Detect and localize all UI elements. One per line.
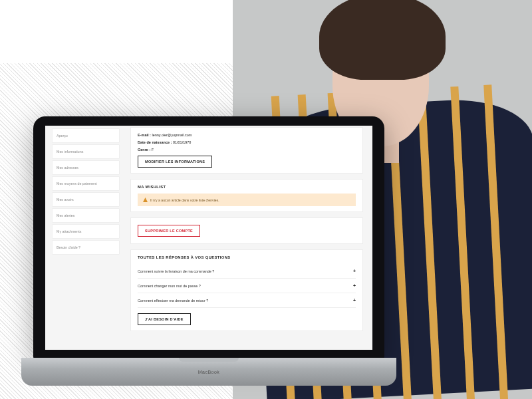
sidebar-item-attachments[interactable]: My attachments bbox=[52, 224, 120, 239]
account-info-card: E-mail : lenny.oler@yopmail.com Date de … bbox=[130, 127, 363, 174]
dob-line: Date de naissance : 01/01/1970 bbox=[138, 140, 356, 144]
gender-line: Genre : F bbox=[138, 148, 356, 152]
gender-value: F bbox=[152, 148, 154, 152]
sidebar-item-info[interactable]: Mes informations bbox=[52, 144, 120, 159]
email-label: E-mail : bbox=[138, 133, 151, 137]
account-app: Aperçu Mes informations Mes adresses Mes… bbox=[45, 126, 372, 350]
plus-icon: + bbox=[353, 269, 356, 273]
sidebar-item-payment[interactable]: Mes moyens de paiement bbox=[52, 176, 120, 191]
wishlist-empty-text: Il n'y a aucun article dans votre liste … bbox=[150, 198, 219, 202]
plus-icon: + bbox=[353, 283, 356, 288]
wishlist-title: MA WISHLIST bbox=[138, 185, 356, 189]
dob-label: Date de naissance : bbox=[138, 140, 172, 144]
gender-label: Genre : bbox=[138, 148, 150, 152]
plus-icon: + bbox=[353, 298, 356, 303]
email-line: E-mail : lenny.oler@yopmail.com bbox=[138, 133, 356, 137]
sidebar-item-credits[interactable]: Mes avoirs bbox=[52, 192, 120, 207]
wishlist-empty-alert: Il n'y a aucun article dans votre liste … bbox=[138, 194, 356, 206]
sidebar-item-help[interactable]: Besoin d'aide ? bbox=[52, 240, 120, 255]
edit-info-button[interactable]: MODIFIER LES INFORMATIONS bbox=[138, 156, 212, 168]
dob-value: 01/01/1970 bbox=[173, 140, 192, 144]
sidebar-item-addresses[interactable]: Mes adresses bbox=[52, 160, 120, 175]
laptop-brand: MacBook bbox=[198, 370, 220, 374]
delete-account-button[interactable]: SUPPRIMER LE COMPTE bbox=[138, 225, 200, 237]
need-help-button[interactable]: J'AI BESOIN D'AIDE bbox=[138, 313, 191, 325]
faq-question: Comment effectuer ma demande de retour ? bbox=[138, 299, 208, 303]
warning-icon bbox=[143, 198, 148, 202]
email-value: lenny.oler@yopmail.com bbox=[152, 133, 192, 137]
faq-item-2[interactable]: Comment effectuer ma demande de retour ?… bbox=[138, 293, 356, 308]
trackpad-notch bbox=[179, 358, 239, 362]
faq-card: TOUTES LES RÉPONSES À VOS QUESTIONS Comm… bbox=[130, 249, 363, 331]
faq-question: Comment changer mon mot de passe ? bbox=[138, 284, 201, 288]
laptop-base: MacBook bbox=[21, 358, 396, 386]
laptop-mockup: Aperçu Mes informations Mes adresses Mes… bbox=[33, 116, 384, 386]
sidebar-item-overview[interactable]: Aperçu bbox=[52, 128, 120, 143]
faq-item-1[interactable]: Comment changer mon mot de passe ? + bbox=[138, 279, 356, 293]
main-panel: E-mail : lenny.oler@yopmail.com Date de … bbox=[125, 126, 372, 350]
faq-title: TOUTES LES RÉPONSES À VOS QUESTIONS bbox=[138, 255, 356, 259]
wishlist-card: MA WISHLIST Il n'y a aucun article dans … bbox=[130, 179, 363, 212]
sidebar-item-alerts[interactable]: Mes alertes bbox=[52, 208, 120, 223]
faq-item-0[interactable]: Comment suivre la livraison de ma comman… bbox=[138, 264, 356, 279]
delete-account-card: SUPPRIMER LE COMPTE bbox=[130, 217, 363, 244]
faq-question: Comment suivre la livraison de ma comman… bbox=[138, 269, 214, 273]
sidebar: Aperçu Mes informations Mes adresses Mes… bbox=[45, 126, 125, 350]
